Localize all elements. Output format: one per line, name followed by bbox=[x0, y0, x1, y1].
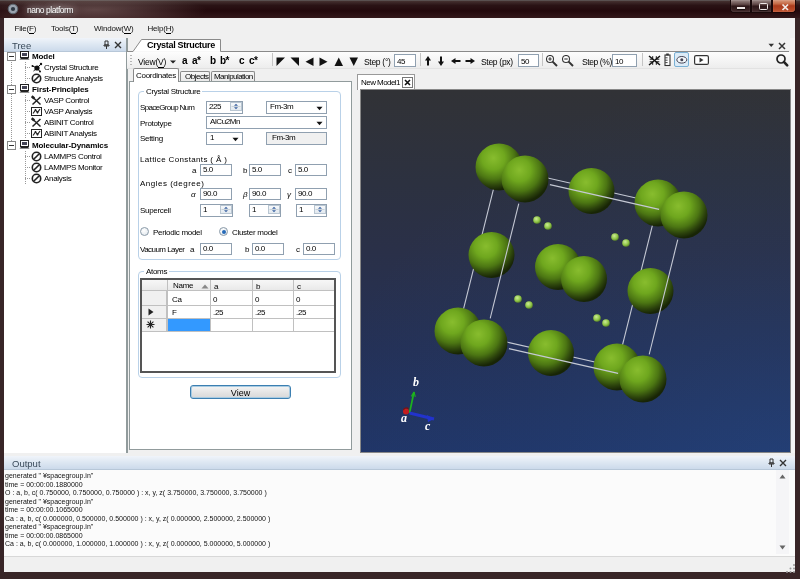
svg-text:b: b bbox=[413, 375, 419, 389]
svg-text:a: a bbox=[401, 411, 407, 425]
svg-text:c: c bbox=[425, 419, 431, 433]
